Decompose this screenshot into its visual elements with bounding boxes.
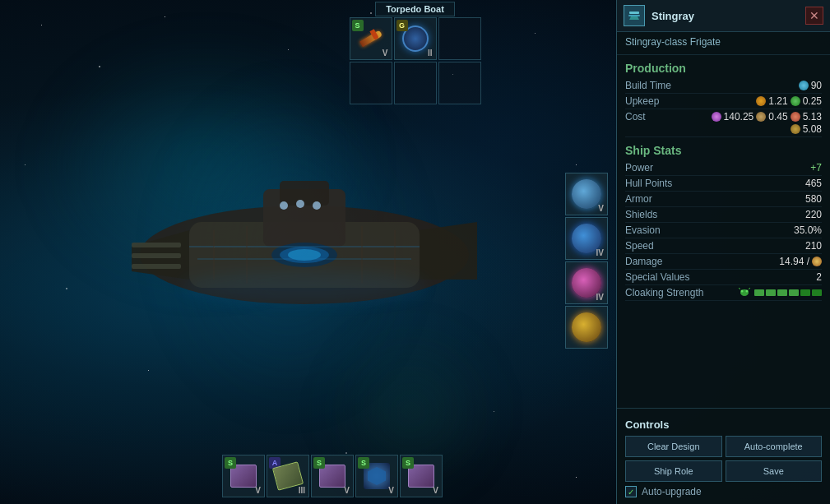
ship-role-button[interactable]: Ship Role bbox=[625, 460, 722, 482]
component-slots-right: V IV IV bbox=[565, 173, 608, 349]
build-time-label: Build Time bbox=[625, 80, 671, 91]
bottom-slot-2[interactable]: A III bbox=[267, 455, 309, 497]
clear-design-button[interactable]: Clear Design bbox=[625, 436, 722, 457]
upkeep-label: Upkeep bbox=[625, 95, 659, 107]
minerals-icon bbox=[712, 112, 721, 122]
bottom-slot-1[interactable]: S V bbox=[222, 455, 265, 497]
cost-line-2: 5.08 bbox=[791, 123, 822, 135]
comp-tier-1: V bbox=[598, 204, 604, 213]
armor-label: Armor bbox=[625, 193, 652, 205]
bottom-tier-4: V bbox=[388, 486, 394, 495]
evasion-label: Evasion bbox=[625, 224, 661, 236]
damage-label: Damage bbox=[625, 256, 662, 267]
comp-slot-3[interactable]: IV bbox=[565, 261, 608, 304]
upkeep-row: Upkeep 1.21 0.25 bbox=[625, 94, 822, 109]
save-button[interactable]: Save bbox=[726, 460, 823, 482]
slot-tier-2: II bbox=[428, 49, 433, 58]
evasion-value: 35.0% bbox=[794, 224, 822, 236]
cloaking-label: Cloaking Strength bbox=[625, 287, 703, 298]
svg-rect-19 bbox=[132, 243, 181, 247]
panel-header: Stingray ✕ bbox=[617, 0, 830, 32]
damage-row: Damage 14.94 / bbox=[625, 254, 822, 270]
svg-rect-22 bbox=[629, 12, 639, 14]
controls-section: Controls Clear Design Auto-complete Ship… bbox=[617, 408, 830, 504]
auto-complete-button[interactable]: Auto-complete bbox=[726, 436, 823, 457]
close-button[interactable]: ✕ bbox=[805, 7, 823, 25]
bottom-badge-s5: S bbox=[402, 457, 414, 469]
auto-upgrade-checkbox[interactable] bbox=[625, 486, 637, 497]
ship-name: Stingray bbox=[651, 10, 799, 22]
shields-value: 220 bbox=[805, 209, 822, 220]
svg-marker-5 bbox=[420, 222, 477, 280]
cost-values: 140.25 0.45 5.13 5.08 bbox=[712, 111, 822, 135]
special-row: Special Values 2 bbox=[625, 270, 822, 285]
ship-type-icon bbox=[624, 5, 645, 26]
cloak-bar bbox=[754, 289, 822, 296]
svg-rect-23 bbox=[628, 15, 640, 16]
upkeep-values: 1.21 0.25 bbox=[756, 95, 822, 107]
svg-point-27 bbox=[746, 290, 749, 293]
bottom-slot-4[interactable]: S V bbox=[355, 455, 398, 497]
ship-image bbox=[66, 99, 543, 411]
auto-upgrade-row: Auto-upgrade bbox=[625, 486, 822, 497]
slot-tier-1: V bbox=[383, 49, 388, 58]
svg-marker-24 bbox=[629, 16, 639, 20]
bottom-tier-2: III bbox=[299, 486, 305, 495]
controls-title: Controls bbox=[625, 415, 822, 436]
weapon-slot-1[interactable]: S V bbox=[350, 17, 392, 60]
svg-line-28 bbox=[739, 288, 740, 289]
ship-class: Stingray-class Frigate bbox=[617, 32, 830, 55]
cloaking-value bbox=[738, 288, 822, 298]
food-icon bbox=[791, 96, 800, 106]
svg-point-12 bbox=[296, 200, 304, 208]
bottom-badge-s1: S bbox=[225, 457, 236, 469]
bottom-slot-3[interactable]: S V bbox=[311, 455, 354, 497]
top-slots-grid: S V G II bbox=[350, 17, 481, 104]
consumer-icon bbox=[791, 112, 800, 122]
svg-rect-20 bbox=[132, 253, 181, 258]
comp-slot-1[interactable]: V bbox=[565, 173, 608, 215]
ship-stats-title: Ship Stats bbox=[625, 137, 822, 160]
torpedo-boat-label: Torpedo Boat bbox=[375, 2, 455, 16]
weapon-slot-6[interactable] bbox=[438, 62, 481, 104]
comp-slot-2[interactable]: IV bbox=[565, 217, 608, 260]
controls-buttons: Clear Design Auto-complete Ship Role Sav… bbox=[625, 436, 822, 482]
special-value: 2 bbox=[816, 271, 822, 283]
svg-point-11 bbox=[280, 201, 288, 210]
svg-rect-3 bbox=[280, 181, 329, 206]
time-icon bbox=[799, 81, 809, 90]
bottom-badge-s4: S bbox=[358, 457, 369, 469]
production-title: Production bbox=[625, 55, 822, 78]
auto-upgrade-label: Auto-upgrade bbox=[642, 486, 702, 497]
comp-icon-blue bbox=[572, 179, 601, 209]
slot-badge-g: G bbox=[396, 20, 408, 31]
weapon-slot-4[interactable] bbox=[350, 62, 392, 104]
hull-label: Hull Points bbox=[625, 178, 672, 189]
svg-point-18 bbox=[181, 271, 428, 304]
comp-tier-2: IV bbox=[596, 248, 604, 257]
weapon-slots-top-container: Torpedo Boat S V G II bbox=[333, 2, 498, 104]
damage-value: 14.94 / bbox=[779, 256, 822, 267]
alloys-icon bbox=[756, 112, 766, 122]
bottom-tier-5: V bbox=[433, 486, 438, 495]
bottom-slot-5[interactable]: S V bbox=[400, 455, 443, 497]
weapon-slot-3[interactable] bbox=[438, 17, 481, 60]
weapon-slot-5[interactable] bbox=[394, 62, 437, 104]
evasion-row: Evasion 35.0% bbox=[625, 223, 822, 238]
damage-icon bbox=[812, 257, 822, 266]
speed-row: Speed 210 bbox=[625, 238, 822, 254]
power-value: +7 bbox=[810, 162, 822, 173]
comp-slot-4[interactable] bbox=[565, 306, 608, 349]
svg-line-29 bbox=[749, 288, 750, 289]
shields-label: Shields bbox=[625, 209, 657, 220]
hull-value: 465 bbox=[805, 178, 822, 189]
power-row: Power +7 bbox=[625, 160, 822, 176]
cost-label: Cost bbox=[625, 111, 646, 123]
special-label: Special Values bbox=[625, 271, 690, 283]
comp-icon-gold bbox=[572, 312, 601, 342]
build-time-value: 90 bbox=[799, 80, 822, 91]
shields-row: Shields 220 bbox=[625, 207, 822, 223]
torpedo-icon bbox=[357, 25, 385, 53]
weapon-slot-2[interactable]: G II bbox=[394, 17, 437, 60]
panel-content: Production Build Time 90 Upkeep 1.21 0.2… bbox=[617, 55, 830, 408]
